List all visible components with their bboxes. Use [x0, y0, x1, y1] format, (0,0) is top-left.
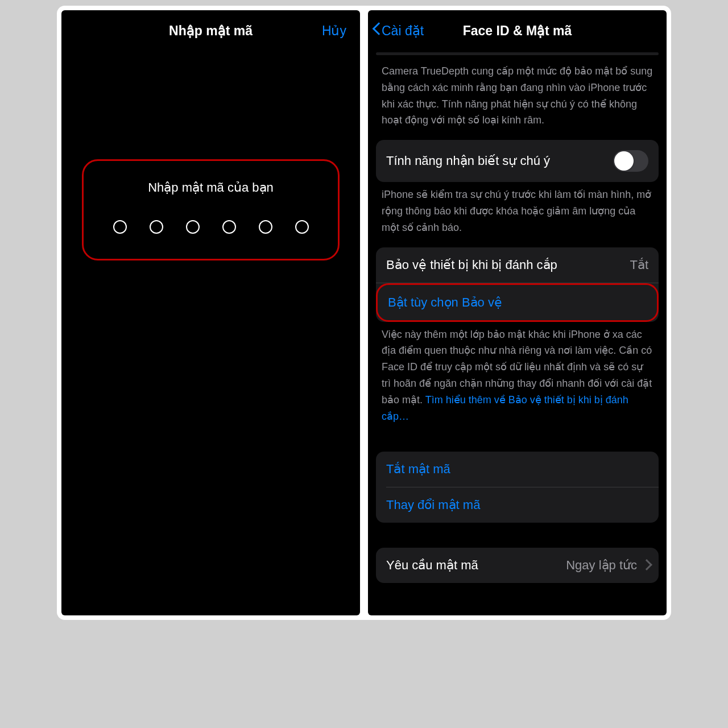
passcode-dot	[259, 220, 272, 234]
passcode-dot	[186, 220, 200, 234]
stolen-protection-label: Bảo vệ thiết bị khi bị đánh cắp	[386, 258, 557, 272]
passcode-prompt: Nhập mật mã của bạn	[89, 180, 332, 195]
turn-passcode-off-row[interactable]: Tắt mật mã	[376, 452, 659, 487]
passcode-header: Nhập mật mã Hủy	[61, 10, 360, 51]
change-passcode-row[interactable]: Thay đổi mật mã	[376, 487, 659, 523]
stolen-protection-value: Tắt	[630, 258, 648, 272]
turn-passcode-off-label: Tắt mật mã	[386, 462, 450, 477]
chevron-left-icon	[373, 24, 380, 38]
attention-toggle-group: Tính năng nhận biết sự chú ý	[376, 140, 659, 182]
truedepth-description: Camera TrueDepth cung cấp một mức độ bảo…	[376, 59, 659, 140]
attention-aware-toggle[interactable]	[613, 150, 648, 172]
enable-protection-row[interactable]: Bật tùy chọn Bảo vệ	[378, 285, 657, 320]
passcode-actions-group: Tắt mật mã Thay đổi mật mã	[376, 452, 659, 523]
highlight-passcode-box: Nhập mật mã của bạn	[82, 159, 340, 260]
cancel-button[interactable]: Hủy	[322, 23, 346, 39]
enable-protection-label: Bật tùy chọn Bảo vệ	[388, 295, 502, 310]
settings-header: Cài đặt Face ID & Mật mã	[368, 10, 667, 51]
passcode-title: Nhập mật mã	[169, 23, 253, 39]
passcode-dot	[295, 220, 309, 234]
faceid-passcode-settings: Cài đặt Face ID & Mật mã Camera TrueDept…	[368, 10, 667, 615]
passcode-entry-screen: Nhập mật mã Hủy Nhập mật mã của bạn	[61, 10, 360, 615]
passcode-dot	[150, 220, 163, 234]
require-passcode-value: Ngay lập tức	[566, 558, 637, 573]
require-passcode-group: Yêu cầu mật mã Ngay lập tức	[376, 548, 659, 583]
require-passcode-label: Yêu cầu mật mã	[386, 558, 478, 573]
settings-title: Face ID & Mật mã	[463, 23, 572, 39]
chevron-right-icon	[643, 561, 648, 570]
attention-aware-row[interactable]: Tính năng nhận biết sự chú ý	[376, 140, 659, 182]
passcode-dot	[222, 220, 236, 234]
stolen-protection-group: Bảo vệ thiết bị khi bị đánh cắp Tắt Bật …	[376, 247, 659, 322]
stolen-description: Việc này thêm một lớp bảo mật khác khi i…	[376, 322, 659, 436]
back-button[interactable]: Cài đặt	[373, 23, 424, 39]
toggle-knob	[614, 151, 634, 171]
previous-section-peek	[376, 52, 659, 55]
attention-aware-label: Tính năng nhận biết sự chú ý	[386, 154, 550, 168]
change-passcode-label: Thay đổi mật mã	[386, 498, 480, 512]
passcode-dot	[113, 220, 127, 234]
stolen-protection-row[interactable]: Bảo vệ thiết bị khi bị đánh cắp Tắt	[376, 247, 659, 283]
require-passcode-row[interactable]: Yêu cầu mật mã Ngay lập tức	[376, 548, 659, 583]
passcode-dots[interactable]	[89, 220, 332, 234]
back-label: Cài đặt	[382, 23, 424, 39]
attention-description: iPhone sẽ kiểm tra sự chú ý trước khi là…	[376, 182, 659, 247]
highlight-enable-protection: Bật tùy chọn Bảo vệ	[376, 283, 659, 322]
